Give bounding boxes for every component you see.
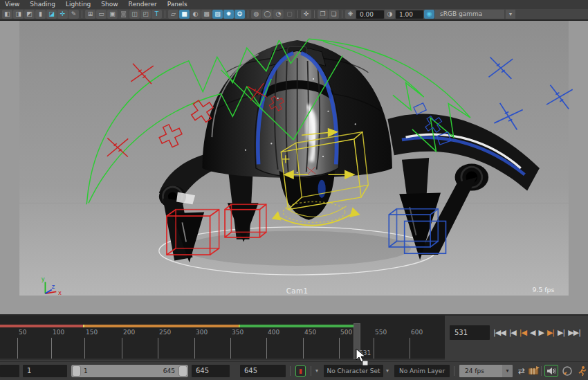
viewport-scene: y x z Cam1 9.5 fps (0, 21, 588, 314)
camera-name-label: Cam1 (286, 287, 309, 295)
playback-loop-button[interactable]: ⇄ (516, 365, 527, 377)
timeline-tick: 300 (194, 329, 215, 359)
camera-attributes-icon[interactable]: ◩ (24, 10, 35, 19)
paste-view-icon[interactable]: ❏ (329, 10, 339, 19)
playback-speed-arrow-icon[interactable]: ▾ (502, 365, 513, 377)
copy-view-icon[interactable]: ❐ (318, 10, 328, 19)
timeline-bookmark-button[interactable]: ▮ (295, 365, 306, 377)
fps-counter: 9.5 fps (532, 286, 554, 293)
maya-viewport-window: ViewShadingLightingShowRendererPanels ◧◨… (0, 0, 588, 380)
field-chart-icon[interactable]: ◫ (129, 10, 140, 19)
gamma-field[interactable]: 1.00 (396, 10, 423, 19)
shadows-display-icon[interactable]: ❂ (235, 10, 245, 19)
step-forward-key-button[interactable]: ▶| (546, 328, 555, 337)
checkered-display-icon[interactable]: ▨ (212, 10, 223, 19)
range-end-handle[interactable] (178, 365, 187, 377)
pan-zoom-icon[interactable]: ✛ (57, 10, 68, 19)
speaker-icon (546, 367, 556, 375)
current-frame-field[interactable]: 531 (450, 325, 490, 340)
anim-layer-arrow-icon[interactable]: ▾ (386, 365, 389, 377)
timeline-tick: 100 (51, 329, 72, 359)
gate-mask-icon[interactable]: ◙ (118, 10, 129, 19)
wireframe-display-icon[interactable]: ▱ (168, 10, 178, 19)
colorspace-arrow-icon[interactable]: ▾ (505, 10, 515, 19)
bookmark-icon[interactable]: ▮ (35, 10, 46, 19)
menu-renderer[interactable]: Renderer (129, 0, 157, 9)
playback-speed-dropdown[interactable]: 24 fps (459, 365, 502, 377)
range-slider-bar: 1 1 645 645 645 ▮ ▾ No Character Set ▾ N… (0, 361, 588, 380)
contrast-icon[interactable]: ◑ (385, 10, 395, 19)
exposure-icon[interactable]: ❋ (345, 10, 356, 19)
time-editor-button[interactable] (528, 365, 540, 379)
cache-segment-green (240, 325, 353, 327)
colorspace-dropdown[interactable]: sRGB gamma (435, 10, 504, 19)
viewport-toolbar: ◧◨◩▮◪✛✎⊞▭▣◙◫◰T▱■◐▩▨✹❂◍◯◔▢✜❐❏❋0.00◑1.00◉s… (0, 9, 588, 20)
separator (541, 366, 542, 376)
timeline-tick: 50 (17, 329, 38, 359)
playback-controls: |◀◀|◀|◀◀▶▶|▶|▶▶| (492, 325, 582, 339)
audio-toggle-button[interactable] (544, 365, 558, 377)
axis-x-label: x (58, 289, 62, 296)
safe-action-icon[interactable]: ◰ (140, 10, 151, 19)
go-to-end-button[interactable]: ▶▶| (567, 328, 582, 337)
timeline-tick: 400 (266, 329, 287, 359)
lock-camera-icon[interactable]: ◨ (13, 10, 24, 19)
menu-show[interactable]: Show (101, 0, 118, 9)
textured-display-icon[interactable]: ▩ (201, 10, 212, 19)
menu-view[interactable]: View (5, 0, 19, 9)
isolate-select-icon[interactable]: ✜ (301, 10, 311, 19)
time-slider-panel: 50 100 150 200 250 3 (0, 316, 588, 361)
timeline-tick: 550 (374, 329, 394, 359)
playback-start-field[interactable]: 1 (23, 365, 67, 377)
anim-layer-dropdown[interactable]: No Anim Layer (394, 365, 450, 377)
step-back-frame-button[interactable]: |◀ (508, 328, 517, 337)
select-camera-icon[interactable]: ◧ (2, 10, 12, 19)
film-gate-icon[interactable]: ▭ (96, 10, 107, 19)
auto-key-button[interactable] (562, 365, 573, 379)
toolbar-separator (165, 10, 165, 18)
color-management-icon[interactable]: ◉ (424, 10, 434, 19)
timeline-tick: 350 (230, 329, 251, 359)
timeline-tick: 200 (122, 329, 143, 359)
grease-pencil-icon[interactable]: ✎ (68, 10, 79, 19)
xray-joints-icon[interactable]: ◔ (273, 10, 284, 19)
toolbar-separator (314, 10, 315, 18)
exposure-field[interactable]: 0.00 (356, 10, 384, 19)
animation-start-field[interactable] (0, 365, 19, 377)
image-plane-icon[interactable]: ◪ (46, 10, 57, 19)
axis-y-label: y (42, 275, 45, 282)
viewport-3d[interactable]: y x z Cam1 9.5 fps (0, 20, 588, 316)
exposure-sphere-icon[interactable]: ◍ (251, 10, 261, 19)
safe-title-icon[interactable]: T (151, 10, 162, 19)
material-display-icon[interactable]: ◐ (190, 10, 201, 19)
go-to-start-button[interactable]: |◀◀ (492, 328, 507, 337)
timeline-track[interactable]: 50 100 150 200 250 3 (0, 316, 445, 360)
character-set-dropdown[interactable]: No Character Set (324, 365, 383, 377)
shaded-display-icon[interactable]: ■ (179, 10, 190, 19)
separator (290, 366, 291, 376)
play-forward-button[interactable]: ▶ (537, 328, 544, 337)
mouse-cursor (354, 348, 369, 369)
step-forward-frame-button[interactable]: ▶| (556, 328, 566, 337)
lighting-display-icon[interactable]: ✹ (223, 10, 234, 19)
menu-panels[interactable]: Panels (167, 0, 187, 9)
xray-icon[interactable]: ◯ (262, 10, 273, 19)
menu-lighting[interactable]: Lighting (66, 0, 91, 9)
animation-preferences-button[interactable] (577, 365, 587, 379)
playback-end-field[interactable]: 645 (192, 365, 230, 377)
grid-icon[interactable]: ⊞ (85, 10, 95, 19)
step-back-key-button[interactable]: |◀ (518, 328, 528, 337)
cache-segment-red (0, 325, 83, 327)
character-set-arrow-icon[interactable]: ▾ (315, 365, 318, 377)
cache-segment-orange (84, 325, 239, 327)
toolbar-separator (297, 10, 298, 18)
plugin-shading-icon[interactable]: ▢ (284, 10, 295, 19)
play-backwards-button[interactable]: ◀ (529, 328, 536, 337)
playback-range-slider[interactable]: 1 645 (71, 365, 188, 377)
menu-shading[interactable]: Shading (30, 0, 55, 9)
resolution-gate-icon[interactable]: ▣ (107, 10, 118, 19)
animation-end-field[interactable]: 645 (240, 365, 286, 377)
panel-menu-bar: ViewShadingLightingShowRendererPanels (0, 0, 588, 9)
toolbar-separator (342, 10, 342, 18)
range-start-handle[interactable] (72, 365, 81, 377)
